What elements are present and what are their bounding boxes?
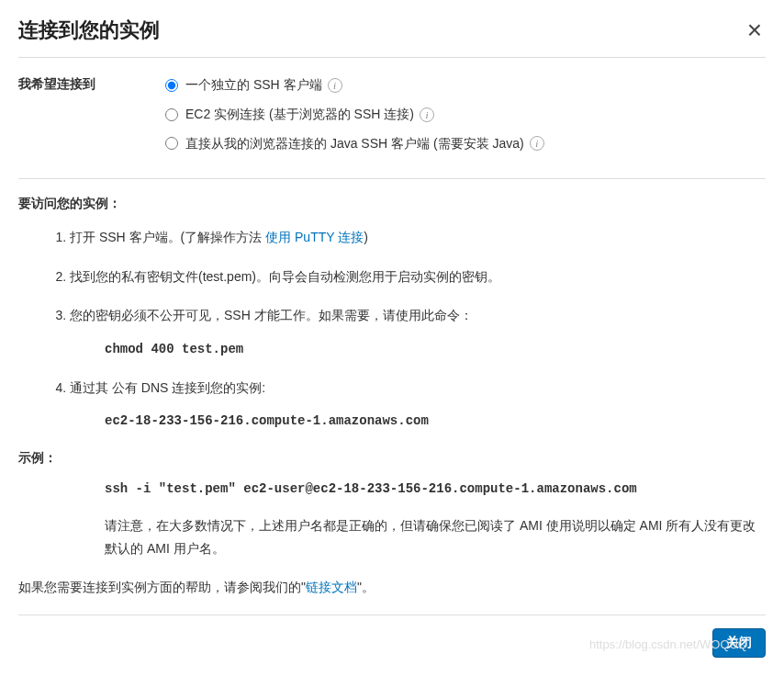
radio-option-ec2-connect[interactable]: EC2 实例连接 (基于浏览器的 SSH 连接) i: [165, 104, 766, 126]
modal-title: 连接到您的实例: [18, 17, 160, 44]
example-note: 请注意，在大多数情况下，上述用户名都是正确的，但请确保您已阅读了 AMI 使用说…: [105, 514, 766, 560]
info-icon[interactable]: i: [328, 78, 342, 93]
chmod-code: chmod 400 test.pem: [105, 339, 766, 359]
info-icon[interactable]: i: [420, 107, 434, 122]
step-text-prefix: 打开 SSH 客户端。(了解操作方法: [70, 230, 265, 244]
info-icon[interactable]: i: [530, 136, 544, 151]
step-find-key: 找到您的私有密钥文件(test.pem)。向导会自动检测您用于启动实例的密钥。: [70, 266, 766, 287]
step-text: 找到您的私有密钥文件(test.pem)。向导会自动检测您用于启动实例的密钥。: [70, 269, 500, 284]
access-section-title: 要访问您的实例：: [18, 196, 766, 212]
ssh-example-code: ssh -i "test.pem" ec2-user@ec2-18-233-15…: [105, 481, 766, 496]
divider: [18, 178, 766, 179]
help-text: 如果您需要连接到实例方面的帮助，请参阅我们的"链接文档"。: [18, 577, 766, 597]
example-label: 示例：: [18, 450, 766, 467]
step-text-suffix: ): [364, 230, 368, 244]
dns-code: ec2-18-233-156-216.compute-1.amazonaws.c…: [105, 411, 766, 431]
step-connect-dns: 通过其 公有 DNS 连接到您的实例: ec2-18-233-156-216.c…: [70, 378, 766, 432]
connect-method-row: 我希望连接到 一个独立的 SSH 客户端 i EC2 实例连接 (基于浏览器的 …: [18, 74, 766, 162]
help-suffix: "。: [357, 580, 375, 594]
close-icon[interactable]: ×: [744, 17, 766, 43]
connect-radio-group: 一个独立的 SSH 客户端 i EC2 实例连接 (基于浏览器的 SSH 连接)…: [165, 74, 766, 162]
connect-instance-modal: 连接到您的实例 × 我希望连接到 一个独立的 SSH 客户端 i EC2 实例连…: [0, 0, 784, 671]
radio-input-standalone-ssh[interactable]: [165, 79, 178, 92]
radio-label: 一个独立的 SSH 客户端: [185, 74, 322, 96]
radio-input-java-ssh[interactable]: [165, 137, 178, 150]
connect-label: 我希望连接到: [18, 74, 165, 93]
modal-footer: 关闭: [18, 615, 766, 658]
step-open-ssh: 打开 SSH 客户端。(了解操作方法 使用 PuTTY 连接): [70, 227, 766, 247]
putty-link[interactable]: 使用 PuTTY 连接: [265, 230, 364, 244]
example-section: 示例： ssh -i "test.pem" ec2-user@ec2-18-23…: [18, 450, 766, 560]
radio-label: EC2 实例连接 (基于浏览器的 SSH 连接): [185, 104, 414, 126]
step-text: 通过其 公有 DNS 连接到您的实例:: [70, 380, 265, 395]
radio-option-java-ssh[interactable]: 直接从我的浏览器连接的 Java SSH 客户端 (需要安装 Java) i: [165, 133, 766, 155]
help-prefix: 如果您需要连接到实例方面的帮助，请参阅我们的": [18, 580, 306, 594]
step-text: 您的密钥必须不公开可见，SSH 才能工作。如果需要，请使用此命令：: [70, 308, 473, 322]
radio-label: 直接从我的浏览器连接的 Java SSH 客户端 (需要安装 Java): [185, 133, 524, 155]
radio-option-standalone-ssh[interactable]: 一个独立的 SSH 客户端 i: [165, 74, 766, 96]
access-steps-list: 打开 SSH 客户端。(了解操作方法 使用 PuTTY 连接) 找到您的私有密钥…: [18, 227, 766, 431]
step-chmod: 您的密钥必须不公开可见，SSH 才能工作。如果需要，请使用此命令： chmod …: [70, 305, 766, 359]
docs-link[interactable]: 链接文档: [306, 580, 357, 594]
radio-input-ec2-connect[interactable]: [165, 108, 178, 121]
modal-header: 连接到您的实例 ×: [18, 17, 766, 58]
close-button[interactable]: 关闭: [712, 628, 766, 658]
